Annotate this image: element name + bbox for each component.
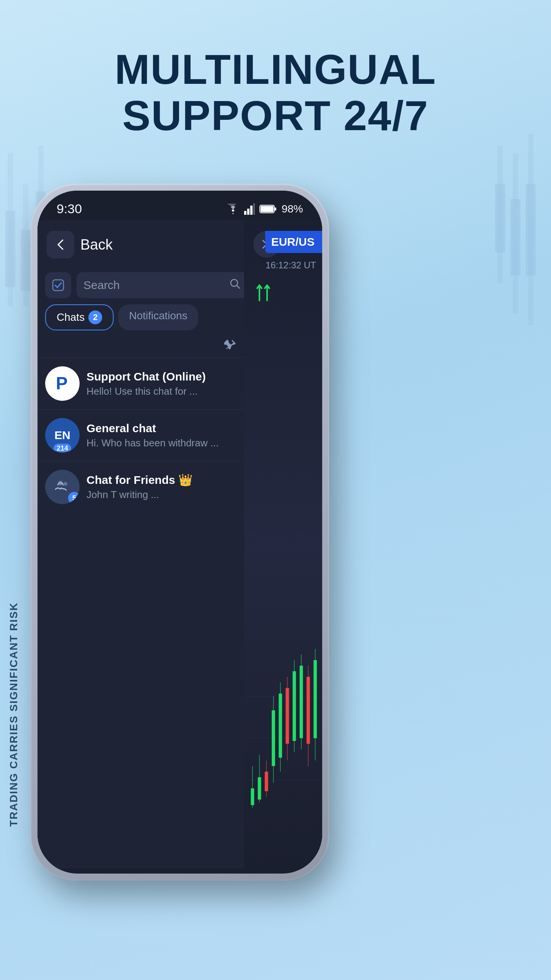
status-bar: 9:30 [37,191,322,220]
pin-icon [224,338,237,354]
up-arrows-icon [256,281,275,308]
chart-time: 16:12:32 UT [259,258,322,272]
chart-svg [244,524,322,869]
search-input[interactable] [83,279,229,292]
search-area [37,269,244,304]
svg-rect-14 [250,206,253,215]
avatar-en-text: EN [54,430,70,441]
side-disclaimer: TRADING CARRIES SIGNIFICANT RISK [8,602,20,827]
svg-rect-33 [258,777,261,799]
chat-preview-friends: John T writing ... [86,489,236,501]
tab-notifications-label: Notifications [129,310,187,322]
pin-area [37,336,244,358]
chat-name-support: Support Chat (Online) [86,370,236,383]
battery-percentage: 98% [282,203,303,215]
general-badge: 214 [54,444,71,452]
svg-point-26 [64,482,67,486]
svg-rect-18 [261,206,274,212]
checkbox-icon [51,278,65,292]
chat-info-general: General chat Hi. Who has been withdraw .… [86,422,236,449]
svg-rect-3 [21,230,31,291]
chat-info-support: Support Chat (Online) Hello! Use this ch… [86,370,236,397]
chat-item-general[interactable]: EN 214 General chat Hi. Who has been wit… [37,409,244,461]
chat-item-support[interactable]: P Support Chat (Online) Hello! Use this … [37,358,244,409]
avatar-friends: 5 [45,470,80,504]
back-button[interactable] [47,231,74,258]
chat-info-friends: Chat for Friends 👑 John T writing ... [86,473,236,501]
phone-device: 9:30 [31,184,344,911]
back-label: Back [80,237,112,253]
svg-rect-31 [251,788,254,805]
svg-rect-19 [53,280,64,291]
svg-rect-11 [495,184,505,253]
svg-rect-37 [272,710,275,766]
tab-notifications[interactable]: Notifications [118,304,198,330]
left-panel: Back [37,220,244,869]
avatar-support: P [45,366,80,401]
svg-rect-1 [5,211,15,287]
svg-rect-39 [279,694,282,758]
svg-text:P: P [56,373,68,393]
back-arrow-icon [54,238,67,252]
page-title: MULTILINGUALSUPPORT 24/7 [0,46,551,139]
chat-preview-general: Hi. Who has been withdraw ... [86,437,236,449]
currency-pair: EUR/US [265,231,322,253]
support-logo-icon: P [49,370,76,397]
signal-icon [244,203,255,215]
back-bar: Back [37,220,244,269]
search-input-wrap[interactable] [77,272,248,298]
svg-rect-7 [526,184,536,276]
svg-rect-17 [274,207,276,211]
search-icon [229,278,241,293]
app-content: Back [37,220,322,869]
checkbox-button[interactable] [45,272,71,298]
svg-rect-9 [510,199,520,276]
status-time: 9:30 [57,201,82,216]
chat-preview-support: Hello! Use this chat for ... [86,385,236,397]
right-panel: EUR/US 16:12:32 UT [244,220,322,869]
chat-list: P Support Chat (Online) Hello! Use this … [37,358,244,869]
battery-icon [259,204,277,214]
svg-rect-43 [293,671,296,741]
svg-rect-41 [286,688,289,744]
chat-name-friends: Chat for Friends 👑 [86,473,236,487]
candlestick-chart [244,524,322,869]
friends-badge: 5 [68,492,80,504]
svg-rect-45 [300,666,303,738]
avatar-general: EN 214 [45,418,80,452]
svg-point-25 [58,481,63,485]
tab-chats-label: Chats [57,311,85,323]
tab-bar: Chats 2 Notifications [37,304,244,336]
chats-badge: 2 [88,310,102,324]
wifi-icon [227,204,240,214]
svg-rect-47 [306,677,310,744]
tab-chats[interactable]: Chats 2 [45,304,114,330]
svg-rect-49 [313,660,317,738]
status-icons: 98% [227,203,303,215]
svg-rect-13 [247,209,249,215]
svg-rect-12 [244,211,246,215]
svg-rect-35 [265,772,268,791]
svg-rect-15 [253,203,255,215]
chat-name-general: General chat [86,422,236,435]
chat-item-friends[interactable]: 5 Chat for Friends 👑 John T writing ... [37,461,244,513]
